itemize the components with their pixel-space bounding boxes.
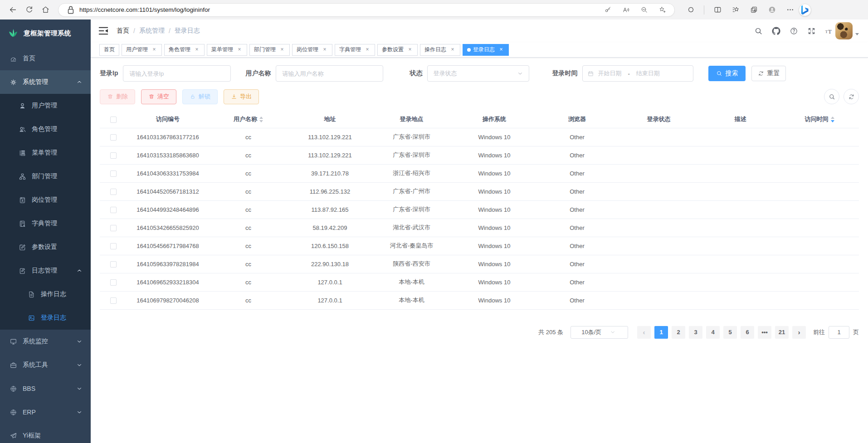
sidebar-item-参数设置[interactable]: 参数设置 — [0, 235, 91, 259]
table-row[interactable]: 1641069798270046208cc127.0.0.1本地-本机Windo… — [100, 291, 859, 309]
sort-carets-icon[interactable] — [259, 117, 263, 122]
tab-菜单管理[interactable]: 菜单管理× — [207, 44, 247, 56]
status-select[interactable]: 登录状态 — [427, 65, 529, 82]
table-row[interactable]: 1641059633978281984cc222.90.130.18陕西省-西安… — [100, 255, 859, 273]
show-search-button[interactable] — [824, 89, 839, 104]
breadcrumb-item-首页[interactable]: 首页 — [117, 27, 129, 35]
profile-icon[interactable] — [765, 3, 779, 17]
page-button-2[interactable]: 2 — [672, 326, 685, 339]
select-all-checkbox[interactable] — [110, 117, 117, 123]
row-checkbox[interactable] — [110, 152, 117, 159]
search-icon[interactable] — [754, 26, 763, 35]
unlock-button[interactable]: 解锁 — [182, 89, 218, 104]
sort-asc-icon[interactable] — [259, 117, 263, 119]
sidebar-item-系统工具[interactable]: 系统工具 — [0, 353, 91, 377]
close-tab-icon[interactable]: × — [407, 47, 413, 53]
sidebar-item-登录日志[interactable]: 登录日志 — [0, 306, 91, 330]
close-tab-icon[interactable]: × — [236, 47, 243, 53]
read-aloud-icon[interactable] — [620, 4, 632, 16]
sidebar-item-ERP[interactable]: ERP — [0, 400, 91, 424]
sidebar-item-系统管理[interactable]: 系统管理 — [0, 70, 91, 94]
delete-button[interactable]: 删除 — [100, 89, 135, 104]
back-button[interactable] — [5, 3, 20, 17]
avatar[interactable] — [835, 22, 853, 39]
sidebar-item-首页[interactable]: 首页 — [0, 47, 91, 70]
page-button-4[interactable]: 4 — [706, 326, 720, 339]
table-row[interactable]: 1641044993248464896cc113.87.92.165广东省-深圳… — [100, 200, 859, 219]
row-checkbox[interactable] — [110, 225, 117, 231]
sidebar-item-菜单管理[interactable]: 菜单管理 — [0, 141, 91, 165]
refresh-table-button[interactable] — [844, 89, 859, 104]
tab-岗位管理[interactable]: 岗位管理× — [292, 44, 332, 56]
github-icon[interactable] — [771, 26, 780, 35]
sidebar-item-角色管理[interactable]: 角色管理 — [0, 117, 91, 141]
reset-button[interactable]: 重置 — [751, 66, 786, 81]
url-text[interactable]: https://ccnetcore.com:1101/system/log/lo… — [79, 6, 597, 13]
clear-button[interactable]: 清空 — [141, 89, 176, 104]
date-range-picker[interactable]: 开始日期 - 结束日期 — [582, 65, 693, 82]
column-header-访问时间[interactable]: 访问时间 — [780, 111, 859, 128]
goto-page-input[interactable] — [829, 326, 849, 339]
row-checkbox[interactable] — [110, 297, 117, 304]
close-tab-icon[interactable]: × — [449, 47, 456, 53]
search-button[interactable]: 搜索 — [708, 66, 746, 81]
tab-部门管理[interactable]: 部门管理× — [249, 44, 290, 56]
close-tab-icon[interactable]: × — [279, 47, 285, 53]
close-tab-icon[interactable]: × — [322, 47, 328, 53]
row-checkbox[interactable] — [110, 207, 117, 213]
sort-desc-icon[interactable] — [831, 120, 834, 122]
login-ip-input[interactable] — [123, 65, 231, 82]
fullscreen-icon[interactable] — [807, 26, 816, 35]
close-tab-icon[interactable]: × — [151, 47, 157, 53]
table-row[interactable]: 1641044520567181312cc112.96.225.132广东省-广… — [100, 182, 859, 200]
split-screen-icon[interactable] — [711, 3, 724, 17]
tab-登录日志[interactable]: 登录日志× — [463, 44, 509, 56]
page-button-1[interactable]: 1 — [654, 326, 668, 339]
sidebar-fold-icon[interactable] — [98, 25, 109, 37]
sidebar-item-BBS[interactable]: BBS — [0, 377, 91, 400]
table-row[interactable]: 1641043063331753984cc39.171.210.78浙江省-绍兴… — [100, 164, 859, 182]
row-checkbox[interactable] — [110, 189, 117, 195]
table-row[interactable]: 1641054566717984768cc120.6.150.158河北省-秦皇… — [100, 237, 859, 255]
export-button[interactable]: 导出 — [224, 89, 259, 104]
sidebar-item-岗位管理[interactable]: 岗位管理 — [0, 188, 91, 212]
favorite-add-icon[interactable] — [656, 4, 668, 16]
key-icon[interactable] — [602, 4, 614, 16]
tab-首页[interactable]: 首页 — [99, 44, 119, 56]
more-pages-button[interactable]: ••• — [758, 326, 771, 339]
font-size-icon[interactable]: TT — [824, 26, 834, 35]
sidebar-item-部门管理[interactable]: 部门管理 — [0, 165, 91, 188]
collections-icon[interactable] — [729, 3, 742, 17]
table-row[interactable]: 1641069652933218304cc127.0.0.1本地-本机Windo… — [100, 273, 859, 291]
bing-copilot-icon[interactable] — [799, 4, 811, 16]
zoom-out-icon[interactable] — [638, 4, 650, 16]
extensions-icon[interactable] — [684, 3, 697, 17]
tab-角色管理[interactable]: 角色管理× — [164, 44, 205, 56]
tab-字典管理[interactable]: 字典管理× — [335, 44, 375, 56]
sort-carets-icon[interactable] — [831, 117, 834, 122]
help-icon[interactable] — [789, 26, 798, 35]
table-row[interactable]: 1641031367863177216cc113.102.129.221广东省-… — [100, 128, 859, 146]
tab-操作日志[interactable]: 操作日志× — [420, 44, 460, 56]
sidebar-item-Yi框架[interactable]: Yi框架 — [0, 424, 91, 443]
row-checkbox[interactable] — [110, 261, 117, 268]
page-button-3[interactable]: 3 — [689, 326, 702, 339]
row-checkbox[interactable] — [110, 279, 117, 286]
page-button-5[interactable]: 5 — [723, 326, 737, 339]
tab-用户管理[interactable]: 用户管理× — [122, 44, 162, 56]
more-icon[interactable] — [783, 3, 797, 17]
lock-icon[interactable] — [65, 4, 77, 16]
close-tab-icon[interactable]: × — [194, 47, 200, 53]
refresh-button[interactable] — [22, 3, 36, 17]
tab-actions-icon[interactable] — [747, 3, 761, 17]
close-tab-icon[interactable]: × — [498, 47, 504, 53]
tab-参数设置[interactable]: 参数设置× — [377, 44, 418, 56]
sidebar-item-用户管理[interactable]: 用户管理 — [0, 94, 91, 117]
row-checkbox[interactable] — [110, 243, 117, 249]
user-name-input[interactable] — [276, 65, 383, 82]
page-size-select[interactable]: 10条/页 — [571, 326, 628, 339]
close-tab-icon[interactable]: × — [364, 47, 371, 53]
sidebar-item-日志管理[interactable]: 日志管理 — [0, 259, 91, 282]
sidebar-item-系统监控[interactable]: 系统监控 — [0, 330, 91, 353]
sidebar-item-操作日志[interactable]: 操作日志 — [0, 282, 91, 306]
